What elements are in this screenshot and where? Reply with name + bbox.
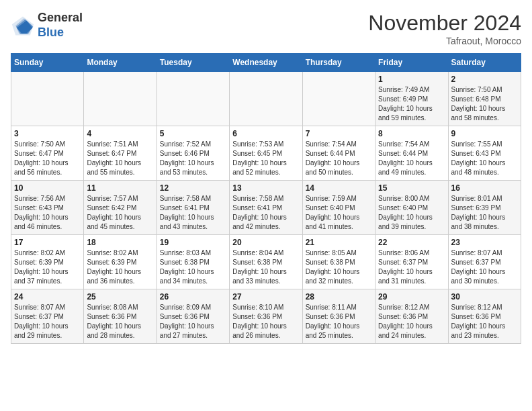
day-number: 23 (451, 238, 518, 247)
location-subtitle: Tafraout, Morocco (368, 36, 521, 46)
weekday-header: Sunday (11, 54, 84, 72)
day-number: 14 (306, 183, 372, 193)
weekday-header: Wednesday (230, 54, 302, 72)
calendar-cell: 9Sunrise: 7:55 AMSunset: 6:43 PMDaylight… (448, 126, 521, 181)
calendar-cell (157, 72, 229, 126)
day-number: 21 (306, 238, 372, 247)
calendar-cell: 29Sunrise: 8:12 AMSunset: 6:36 PMDayligh… (375, 289, 448, 344)
calendar-cell: 5Sunrise: 7:52 AMSunset: 6:46 PMDaylight… (157, 126, 229, 181)
day-number: 17 (14, 238, 81, 247)
weekday-header: Saturday (448, 54, 521, 72)
day-number: 2 (451, 75, 518, 84)
day-info: Sunrise: 7:56 AMSunset: 6:43 PMDaylight:… (14, 194, 81, 232)
calendar-cell: 6Sunrise: 7:53 AMSunset: 6:45 PMDaylight… (230, 126, 302, 181)
calendar-cell: 13Sunrise: 7:58 AMSunset: 6:41 PMDayligh… (230, 181, 302, 235)
month-title: November 2024 (368, 11, 521, 36)
calendar-cell: 7Sunrise: 7:54 AMSunset: 6:44 PMDaylight… (302, 126, 375, 181)
calendar-week-row: 1Sunrise: 7:49 AMSunset: 6:49 PMDaylight… (11, 72, 521, 126)
day-info: Sunrise: 7:58 AMSunset: 6:41 PMDaylight:… (232, 194, 299, 232)
day-info: Sunrise: 8:06 AMSunset: 6:37 PMDaylight:… (378, 248, 445, 286)
day-info: Sunrise: 7:50 AMSunset: 6:47 PMDaylight:… (14, 140, 81, 177)
calendar-cell: 8Sunrise: 7:54 AMSunset: 6:44 PMDaylight… (375, 126, 448, 181)
day-number: 26 (160, 292, 226, 302)
logo-text: General Blue (38, 11, 83, 40)
day-number: 22 (378, 238, 445, 247)
day-number: 18 (87, 238, 153, 247)
calendar-cell: 25Sunrise: 8:08 AMSunset: 6:36 PMDayligh… (84, 289, 157, 344)
day-number: 13 (232, 183, 299, 193)
day-info: Sunrise: 8:11 AMSunset: 6:36 PMDaylight:… (306, 303, 372, 340)
day-info: Sunrise: 8:12 AMSunset: 6:36 PMDaylight:… (451, 303, 518, 340)
day-number: 5 (160, 129, 226, 138)
calendar-cell: 28Sunrise: 8:11 AMSunset: 6:36 PMDayligh… (302, 289, 375, 344)
day-number: 9 (451, 129, 518, 138)
day-info: Sunrise: 8:12 AMSunset: 6:36 PMDaylight:… (378, 303, 445, 340)
day-info: Sunrise: 7:53 AMSunset: 6:45 PMDaylight:… (232, 140, 299, 177)
day-info: Sunrise: 8:02 AMSunset: 6:39 PMDaylight:… (87, 248, 153, 286)
day-number: 19 (160, 238, 226, 247)
calendar-cell: 21Sunrise: 8:05 AMSunset: 6:38 PMDayligh… (302, 235, 375, 289)
calendar-cell: 22Sunrise: 8:06 AMSunset: 6:37 PMDayligh… (375, 235, 448, 289)
day-number: 7 (306, 129, 372, 138)
calendar-cell: 12Sunrise: 7:58 AMSunset: 6:41 PMDayligh… (157, 181, 229, 235)
day-info: Sunrise: 8:07 AMSunset: 6:37 PMDaylight:… (14, 303, 81, 340)
weekday-header: Tuesday (157, 54, 229, 72)
calendar-cell: 3Sunrise: 7:50 AMSunset: 6:47 PMDaylight… (11, 126, 84, 181)
day-number: 11 (87, 183, 153, 193)
day-info: Sunrise: 7:50 AMSunset: 6:48 PMDaylight:… (451, 85, 518, 123)
calendar-cell: 27Sunrise: 8:10 AMSunset: 6:36 PMDayligh… (230, 289, 302, 344)
calendar-cell: 15Sunrise: 8:00 AMSunset: 6:40 PMDayligh… (375, 181, 448, 235)
logo-blue: Blue (38, 26, 83, 40)
day-info: Sunrise: 7:55 AMSunset: 6:43 PMDaylight:… (451, 140, 518, 177)
calendar-cell: 10Sunrise: 7:56 AMSunset: 6:43 PMDayligh… (11, 181, 84, 235)
day-number: 16 (451, 183, 518, 193)
day-number: 3 (14, 129, 81, 138)
logo-icon (11, 13, 35, 38)
day-info: Sunrise: 7:54 AMSunset: 6:44 PMDaylight:… (306, 140, 372, 177)
day-number: 30 (451, 292, 518, 302)
day-number: 29 (378, 292, 445, 302)
calendar-cell: 1Sunrise: 7:49 AMSunset: 6:49 PMDaylight… (375, 72, 448, 126)
weekday-header: Friday (375, 54, 448, 72)
title-area: November 2024 Tafraout, Morocco (368, 11, 521, 46)
day-number: 25 (87, 292, 153, 302)
calendar-cell (11, 72, 84, 126)
calendar-cell: 17Sunrise: 8:02 AMSunset: 6:39 PMDayligh… (11, 235, 84, 289)
day-info: Sunrise: 8:02 AMSunset: 6:39 PMDaylight:… (14, 248, 81, 286)
day-number: 8 (378, 129, 445, 138)
day-info: Sunrise: 7:54 AMSunset: 6:44 PMDaylight:… (378, 140, 445, 177)
day-info: Sunrise: 8:01 AMSunset: 6:39 PMDaylight:… (451, 194, 518, 232)
day-number: 4 (87, 129, 153, 138)
day-info: Sunrise: 7:59 AMSunset: 6:40 PMDaylight:… (306, 194, 372, 232)
calendar-cell: 16Sunrise: 8:01 AMSunset: 6:39 PMDayligh… (448, 181, 521, 235)
calendar-cell: 14Sunrise: 7:59 AMSunset: 6:40 PMDayligh… (302, 181, 375, 235)
day-info: Sunrise: 7:51 AMSunset: 6:47 PMDaylight:… (87, 140, 153, 177)
day-number: 10 (14, 183, 81, 193)
weekday-header: Monday (84, 54, 157, 72)
day-info: Sunrise: 8:10 AMSunset: 6:36 PMDaylight:… (232, 303, 299, 340)
day-number: 24 (14, 292, 81, 302)
calendar-cell: 24Sunrise: 8:07 AMSunset: 6:37 PMDayligh… (11, 289, 84, 344)
day-number: 12 (160, 183, 226, 193)
logo: General Blue (11, 11, 83, 40)
calendar-cell: 2Sunrise: 7:50 AMSunset: 6:48 PMDaylight… (448, 72, 521, 126)
weekday-header: Thursday (302, 54, 375, 72)
day-info: Sunrise: 7:57 AMSunset: 6:42 PMDaylight:… (87, 194, 153, 232)
day-number: 6 (232, 129, 299, 138)
calendar-cell (302, 72, 375, 126)
day-info: Sunrise: 8:08 AMSunset: 6:36 PMDaylight:… (87, 303, 153, 340)
calendar-week-row: 24Sunrise: 8:07 AMSunset: 6:37 PMDayligh… (11, 289, 521, 344)
calendar-cell: 20Sunrise: 8:04 AMSunset: 6:38 PMDayligh… (230, 235, 302, 289)
calendar-cell: 26Sunrise: 8:09 AMSunset: 6:36 PMDayligh… (157, 289, 229, 344)
day-info: Sunrise: 8:05 AMSunset: 6:38 PMDaylight:… (306, 248, 372, 286)
day-info: Sunrise: 8:09 AMSunset: 6:36 PMDaylight:… (160, 303, 226, 340)
day-info: Sunrise: 7:58 AMSunset: 6:41 PMDaylight:… (160, 194, 226, 232)
day-info: Sunrise: 7:49 AMSunset: 6:49 PMDaylight:… (378, 85, 445, 123)
calendar-cell: 30Sunrise: 8:12 AMSunset: 6:36 PMDayligh… (448, 289, 521, 344)
calendar-cell: 11Sunrise: 7:57 AMSunset: 6:42 PMDayligh… (84, 181, 157, 235)
calendar-cell: 4Sunrise: 7:51 AMSunset: 6:47 PMDaylight… (84, 126, 157, 181)
calendar-week-row: 10Sunrise: 7:56 AMSunset: 6:43 PMDayligh… (11, 181, 521, 235)
day-number: 1 (378, 75, 445, 84)
day-number: 20 (232, 238, 299, 247)
page-header: General Blue November 2024 Tafraout, Mor… (11, 11, 521, 46)
